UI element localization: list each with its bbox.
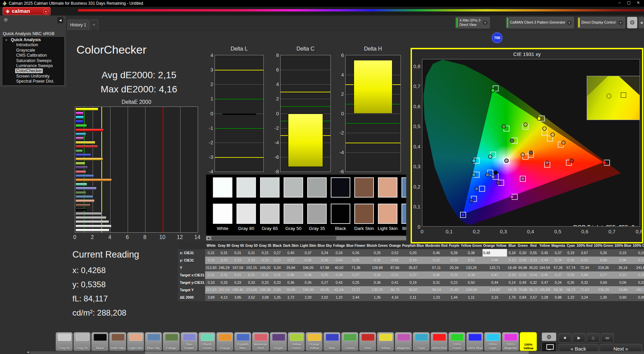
table-cell[interactable]: 36,15 <box>528 286 539 294</box>
table-cell[interactable]: 0,50 <box>517 257 528 264</box>
table-cell[interactable]: 0,54 <box>528 271 539 279</box>
table-cell[interactable]: 0,31 <box>425 279 448 286</box>
patch-button-orange[interactable]: Orange <box>216 332 233 351</box>
table-cell[interactable]: 0,31 <box>245 271 258 279</box>
patch-button-light-skin[interactable]: Light Skin <box>127 332 144 351</box>
patch-button-cyan[interactable]: Cyan <box>413 332 430 351</box>
table-cell[interactable]: 0,35 <box>299 279 317 286</box>
patch-button-100-magenta[interactable]: 100% Magenta <box>502 332 519 351</box>
table-cell[interactable]: 0,31 <box>217 271 231 279</box>
table-cell[interactable]: 1,23 <box>425 294 448 301</box>
table-cell[interactable]: 130,29 <box>366 286 388 294</box>
tree-item-saturation-sweeps[interactable]: Saturation Sweeps <box>3 58 64 63</box>
tree-item-grayscale[interactable]: Grayscale <box>3 48 64 53</box>
table-cell[interactable]: 0,84 <box>517 294 528 301</box>
patch-button-gray-35[interactable]: Gray 35 <box>73 332 91 351</box>
table-cell[interactable]: 133,26 <box>460 264 483 271</box>
table-cell[interactable]: 0,27 <box>593 271 614 279</box>
table-cell[interactable]: 0,31 <box>272 271 283 279</box>
table-cell[interactable]: 0,49 <box>517 279 528 286</box>
stop-button[interactable]: ■ <box>558 333 571 343</box>
table-cell[interactable]: 0,38 <box>460 271 483 279</box>
table-cell[interactable]: 0,42 <box>388 257 401 264</box>
patch-button-foliage[interactable]: Foliage <box>163 332 180 351</box>
table-cell[interactable]: 0,14 <box>507 279 517 286</box>
table-cell[interactable]: 24,80 <box>614 286 632 294</box>
table-cell[interactable]: 0,98 <box>551 294 566 301</box>
patch-button-blue[interactable]: Blue <box>323 332 341 351</box>
patch-button-yellow[interactable]: Yellow <box>377 332 394 351</box>
table-cell[interactable]: 246,29 <box>217 264 231 271</box>
table-cell[interactable]: 69,96 <box>517 264 528 271</box>
table-cell[interactable]: 0,37 <box>551 249 566 257</box>
table-cell[interactable]: 0,38 <box>460 249 483 257</box>
table-cell[interactable]: 1,11 <box>460 294 483 301</box>
table-cell[interactable]: 0,27 <box>272 249 283 257</box>
table-cell[interactable]: 71,63 <box>576 286 593 294</box>
panel-collapse-button[interactable]: ◀ <box>639 17 644 28</box>
patch-button-bluish-green[interactable]: Bluish Green <box>198 332 216 351</box>
table-cell[interactable]: 0,31 <box>245 249 258 257</box>
close-button[interactable]: ✕ <box>635 0 642 5</box>
calman-menu-dropdown-icon[interactable]: ▼ <box>43 9 49 14</box>
table-cell[interactable]: 1,30 <box>593 294 614 301</box>
table-cell[interactable]: 0,31 <box>231 249 245 257</box>
table-cell[interactable]: 29,84 <box>282 264 299 271</box>
table-cell[interactable]: 0,24 <box>551 257 566 264</box>
table-cell[interactable]: 106,05 <box>299 264 317 271</box>
maximize-button[interactable]: ▢ <box>625 0 633 5</box>
table-cell[interactable]: 1,22 <box>566 294 576 301</box>
table-cell[interactable]: 1,72 <box>282 294 299 301</box>
chevron-down-icon[interactable]: ▼ <box>567 21 572 25</box>
table-cell[interactable]: 0,48 <box>483 249 507 257</box>
table-cell[interactable]: 0,15 <box>614 271 632 279</box>
patch-button-dark-skin[interactable]: Dark Skin <box>109 332 126 351</box>
table-cell[interactable]: 0,19 <box>632 249 644 257</box>
patch-button-100-yellow[interactable]: 100% Yellow <box>520 332 537 351</box>
table-cell[interactable]: 57,98 <box>317 264 332 271</box>
table-cell[interactable]: 0,19 <box>401 257 424 264</box>
table-cell[interactable]: 2,02 <box>317 294 332 301</box>
table-cell[interactable]: 0,33 <box>632 279 644 286</box>
table-cell[interactable]: 4,16 <box>388 294 401 301</box>
table-cell[interactable]: 57,11 <box>425 264 448 271</box>
table-cell[interactable]: 58,14 <box>425 286 448 294</box>
table-cell[interactable]: 2,57 <box>528 294 539 301</box>
meter-dropdown[interactable]: X-Rite i1Pro 3Direct View ▼ <box>455 17 490 28</box>
table-cell[interactable]: 0,69 <box>593 279 614 286</box>
patch-button-moderate-red[interactable]: Moderate Red <box>252 332 269 351</box>
patch-button-gray-50[interactable]: Gray 50 <box>56 332 73 351</box>
table-cell[interactable]: 0,33 <box>205 257 217 264</box>
table-cell[interactable]: 0,26 <box>566 279 576 286</box>
tree-item-colorchecker[interactable]: ColorChecker <box>3 68 64 73</box>
table-cell[interactable]: 0,51 <box>460 257 483 264</box>
table-cell[interactable]: 0,52 <box>388 249 401 257</box>
table-cell[interactable]: 0,29 <box>448 271 460 279</box>
table-cell[interactable]: 0,33 <box>245 257 258 264</box>
continuous-measure-button[interactable]: ∞ <box>601 333 614 343</box>
table-cell[interactable]: 0,25 <box>317 271 332 279</box>
patch-button-purple[interactable]: Purple <box>270 332 287 351</box>
table-cell[interactable]: 0,33 <box>231 279 245 286</box>
table-cell[interactable]: 0,45 <box>539 271 551 279</box>
table-cell[interactable]: 0,19 <box>507 271 517 279</box>
table-cell[interactable]: 247,54 <box>217 286 231 294</box>
patch-button-orange-yellow[interactable]: Orange Yellow <box>305 332 323 351</box>
table-cell[interactable]: 0,33 <box>205 279 217 286</box>
table-cell[interactable]: 0,20 <box>632 271 644 279</box>
table-cell[interactable]: 0,31 <box>231 271 245 279</box>
patch-button-blue-sky[interactable]: Blue Sky <box>145 332 162 351</box>
table-cell[interactable]: 58,36 <box>551 286 566 294</box>
table-cell[interactable]: 0,27 <box>346 271 366 279</box>
table-cell[interactable]: 0,45 <box>539 249 551 257</box>
table-cell[interactable]: 0,33 <box>332 249 346 257</box>
meter-count-badge[interactable]: 700 <box>492 32 503 43</box>
table-cell[interactable]: 0,44 <box>483 279 507 286</box>
table-cell[interactable]: 0,33 <box>258 257 272 264</box>
table-cell[interactable]: 0,47 <box>539 279 551 286</box>
table-cell[interactable]: 134,58 <box>460 286 483 294</box>
table-cell[interactable]: 0,28 <box>448 249 460 257</box>
table-cell[interactable]: 20,34 <box>448 264 460 271</box>
table-cell[interactable]: 88,79 <box>388 286 401 294</box>
tab-add-button[interactable]: + <box>90 20 98 30</box>
